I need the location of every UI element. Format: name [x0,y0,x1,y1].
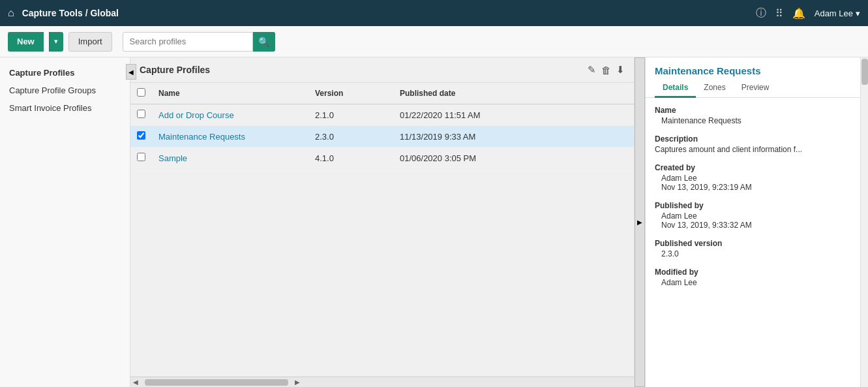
col-header-published-date: Published date [393,83,634,104]
new-dropdown-button[interactable]: ▾ [49,32,63,52]
search-input[interactable] [123,32,253,52]
sidebar-item-smart-invoice-profiles[interactable]: Smart Invoice Profiles [0,99,130,117]
table-section: Capture Profiles ✎ 🗑 ⬇ Name [130,57,635,387]
detail-published-by-user: Adam Lee [655,211,851,221]
toolbar: New ▾ Import 🔍 [0,26,868,57]
detail-panel-title: Maintenance Requests [646,57,860,79]
detail-description-label: Description [655,134,851,144]
scroll-right-icon[interactable]: ▶ [292,379,303,386]
select-all-cell [130,83,152,104]
sidebar-item-capture-profile-groups[interactable]: Capture Profile Groups [0,82,130,99]
table-row[interactable]: Sample 4.1.0 01/06/2020 3:05 PM [130,147,634,169]
sidebar-toggle[interactable]: ◀ [126,64,136,80]
detail-created-by-field: Created by Adam Lee Nov 13, 2019, 9:23:1… [655,163,851,192]
table-header-row: Name Version Published date [130,83,634,104]
user-menu[interactable]: Adam Lee ▾ [815,8,860,18]
topbar-right-icons: ⓘ ⠿ 🔔 Adam Lee ▾ [756,7,860,20]
row-published-date-cell: 11/13/2019 9:33 AM [393,126,634,147]
row-name-link[interactable]: Maintenance Requests [158,132,245,142]
sidebar-item-capture-profile-groups-label: Capture Profile Groups [9,85,96,95]
data-table: Name Version Published date Add or Drop … [130,83,634,169]
search-button[interactable]: 🔍 [253,32,275,52]
detail-name-field: Name Maintenance Requests [655,106,851,125]
sidebar: ◀ Capture Profiles Capture Profile Group… [0,57,130,387]
row-checkbox-cell [130,104,152,126]
col-header-name: Name [152,83,308,104]
table-scroll[interactable]: Name Version Published date Add or Drop … [130,83,634,377]
topbar: ⌂ Capture Tools / Global ⓘ ⠿ 🔔 Adam Lee … [0,0,868,26]
row-checkbox[interactable] [137,110,145,118]
table-header-title: Capture Profiles [140,65,210,75]
row-name-link[interactable]: Add or Drop Course [158,110,234,120]
detail-tab-preview[interactable]: Preview [734,79,777,98]
table-row[interactable]: Maintenance Requests 2.3.0 11/13/2019 9:… [130,126,634,147]
row-checkbox[interactable] [137,131,145,140]
right-scrollbar-thumb[interactable] [861,59,868,85]
detail-published-by-date: Nov 13, 2019, 9:33:32 AM [655,221,851,230]
detail-published-version-field: Published version 2.3.0 [655,239,851,258]
new-button[interactable]: New [8,32,44,52]
table-row[interactable]: Add or Drop Course 2.1.0 01/22/2020 11:5… [130,104,634,126]
table-header-actions: ✎ 🗑 ⬇ [588,64,625,76]
detail-name-value: Maintenance Requests [655,116,851,125]
download-button[interactable]: ⬇ [616,64,625,76]
row-checkbox-cell [130,147,152,169]
row-name-cell: Sample [152,147,308,169]
detail-name-label: Name [655,106,851,115]
detail-panel-toggle[interactable]: ▶ [635,57,645,387]
sidebar-item-smart-invoice-profiles-label: Smart Invoice Profiles [9,103,91,113]
row-checkbox[interactable] [137,153,145,161]
select-all-checkbox[interactable] [137,88,145,97]
sidebar-item-capture-profiles-label: Capture Profiles [9,68,74,78]
import-button[interactable]: Import [68,32,112,52]
apps-icon[interactable]: ⠿ [775,7,783,20]
row-name-link[interactable]: Sample [158,153,187,163]
detail-created-by-user: Adam Lee [655,174,851,183]
search-container: 🔍 [123,32,275,52]
scroll-left-icon[interactable]: ◀ [130,379,141,386]
delete-button[interactable]: 🗑 [601,64,611,76]
detail-published-by-label: Published by [655,201,851,210]
table-header: Capture Profiles ✎ 🗑 ⬇ [130,57,634,83]
main-layout: ◀ Capture Profiles Capture Profile Group… [0,57,868,387]
detail-description-value: Captures amount and client information f… [655,145,851,154]
col-header-version: Version [308,83,393,104]
detail-published-version-label: Published version [655,239,851,248]
detail-tabs: Details Zones Preview [646,79,860,98]
sidebar-item-capture-profiles[interactable]: Capture Profiles [0,64,130,82]
detail-modified-by-label: Modified by [655,268,851,277]
detail-description-field: Description Captures amount and client i… [655,134,851,154]
right-scrollbar[interactable] [860,57,868,387]
row-published-date-cell: 01/22/2020 11:51 AM [393,104,634,126]
topbar-title: Capture Tools / Global [22,8,751,18]
detail-body: Name Maintenance Requests Description Ca… [646,98,860,295]
row-version-cell: 2.3.0 [308,126,393,147]
detail-published-version-value: 2.3.0 [655,249,851,258]
row-name-cell: Add or Drop Course [152,104,308,126]
detail-created-by-label: Created by [655,163,851,172]
row-published-date-cell: 01/06/2020 3:05 PM [393,147,634,169]
detail-panel: Maintenance Requests Details Zones Previ… [645,57,860,387]
detail-modified-by-user: Adam Lee [655,278,851,287]
detail-tab-zones[interactable]: Zones [696,79,733,98]
row-checkbox-cell [130,126,152,147]
info-icon[interactable]: ⓘ [756,7,766,20]
scroll-thumb[interactable] [145,379,288,386]
horizontal-scrollbar[interactable]: ◀ ▶ [130,377,634,387]
row-name-cell: Maintenance Requests [152,126,308,147]
home-icon[interactable]: ⌂ [8,7,14,19]
detail-published-by-field: Published by Adam Lee Nov 13, 2019, 9:33… [655,201,851,230]
row-version-cell: 2.1.0 [308,104,393,126]
row-version-cell: 4.1.0 [308,147,393,169]
bell-icon[interactable]: 🔔 [792,7,805,20]
detail-created-by-date: Nov 13, 2019, 9:23:19 AM [655,183,851,192]
detail-tab-details[interactable]: Details [655,79,696,98]
content-row: Capture Profiles ✎ 🗑 ⬇ Name [130,57,868,387]
user-name: Adam Lee [815,8,853,18]
detail-modified-by-field: Modified by Adam Lee [655,268,851,287]
user-chevron-icon: ▾ [856,8,860,18]
edit-button[interactable]: ✎ [588,64,596,76]
